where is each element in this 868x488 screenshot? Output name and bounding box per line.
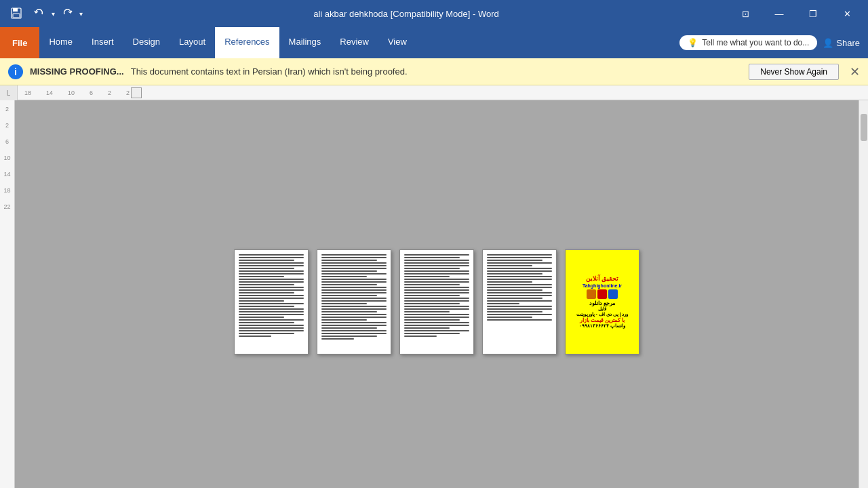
info-icon: i <box>8 64 23 79</box>
notif-title: MISSING PROOFING... <box>30 66 124 77</box>
page-3 <box>399 249 474 354</box>
tab-review[interactable]: Review <box>330 27 378 58</box>
ad-line3: ورد | پی دی اف - پاورپوینت <box>576 312 629 317</box>
pages-row: تحقیق آنلاین Tahghighonline.ir مرجع دانل… <box>234 249 639 354</box>
vertical-ruler: 22610141822 <box>0 100 15 488</box>
tab-view[interactable]: View <box>378 27 416 58</box>
notif-message: This document contains text in Persian (… <box>131 66 743 77</box>
share-button[interactable]: 👤 Share <box>823 38 860 48</box>
title-bar: ▾ ▾ ali akbar dehkhoda [Compatibility Mo… <box>0 0 868 27</box>
page-2 <box>317 249 391 354</box>
restore-button[interactable]: ❐ <box>797 3 829 24</box>
notif-close-button[interactable]: ✕ <box>850 66 860 78</box>
svg-rect-2 <box>13 14 20 18</box>
tab-design[interactable]: Design <box>123 27 170 58</box>
tab-file[interactable]: File <box>0 27 39 58</box>
ruler-horizontal-marks: 1814106 2 2 <box>18 87 868 98</box>
ad-icon-ppt <box>587 289 596 299</box>
page-1 <box>234 249 309 354</box>
ad-icon-pdf <box>597 289 607 299</box>
save-icon[interactable] <box>5 3 27 24</box>
ad-icon-word <box>608 289 618 299</box>
tell-me-text[interactable]: Tell me what you want to do... <box>702 38 809 47</box>
quick-access-toolbar: ▾ ▾ <box>5 3 83 24</box>
tab-mailings[interactable]: Mailings <box>279 27 331 58</box>
ad-phone: واتساپ ۰۹۹۸۱۳۶۶۶۲۴ <box>579 323 625 329</box>
person-icon: 👤 <box>823 38 833 48</box>
ribbon: File Home Insert Design Layout Reference… <box>0 27 868 58</box>
undo-icon[interactable] <box>28 3 50 24</box>
ad-url: Tahghighonline.ir <box>583 283 622 288</box>
scroll-thumb[interactable] <box>861 114 867 141</box>
tab-references[interactable]: References <box>215 27 279 58</box>
document-area: تحقیق آنلاین Tahghighonline.ir مرجع دانل… <box>15 100 859 488</box>
ad-title: تحقیق آنلاین <box>586 275 619 282</box>
lightbulb-icon: 💡 <box>688 38 698 47</box>
tab-layout[interactable]: Layout <box>170 27 215 58</box>
page-4-content <box>483 250 556 354</box>
ad-content: تحقیق آنلاین Tahghighonline.ir مرجع دانل… <box>566 250 639 354</box>
ad-line1: مرجع دانلود <box>589 300 615 306</box>
notification-bar: i MISSING PROOFING... This document cont… <box>0 58 868 85</box>
tab-insert[interactable]: Insert <box>82 27 123 58</box>
main-area: 22610141822 <box>0 100 868 488</box>
title-bar-left: ▾ ▾ <box>5 3 83 24</box>
ad-icons <box>587 289 618 299</box>
horizontal-ruler: L 1814106 2 2 <box>0 85 868 100</box>
page-5-ad: تحقیق آنلاین Tahghighonline.ir مرجع دانل… <box>565 249 639 354</box>
ad-promo: با کمترین قیمت بازار <box>580 317 625 323</box>
tell-me-input[interactable]: 💡 Tell me what you want to do... <box>679 35 817 50</box>
page-1-content <box>235 250 308 354</box>
ruler-corner: L <box>0 85 18 100</box>
svg-rect-1 <box>13 8 18 12</box>
restore-help-icon[interactable]: ⊡ <box>730 3 761 24</box>
page-3-content <box>400 250 473 354</box>
close-button[interactable]: ✕ <box>831 3 863 24</box>
undo-dropdown[interactable]: ▾ <box>52 10 55 18</box>
window-controls: ⊡ — ❐ ✕ <box>730 3 863 24</box>
tab-home[interactable]: Home <box>39 27 82 58</box>
ribbon-right: 💡 Tell me what you want to do... 👤 Share <box>679 27 868 58</box>
window-title: ali akbar dehkhoda [Compatibility Mode] … <box>83 9 730 19</box>
minimize-button[interactable]: — <box>764 3 795 24</box>
never-show-again-button[interactable]: Never Show Again <box>749 64 839 80</box>
page-4 <box>482 249 557 354</box>
vertical-scrollbar[interactable] <box>859 100 868 488</box>
ad-line2: فایل <box>598 306 606 312</box>
page-2-content <box>317 250 391 354</box>
redo-icon[interactable] <box>56 3 78 24</box>
